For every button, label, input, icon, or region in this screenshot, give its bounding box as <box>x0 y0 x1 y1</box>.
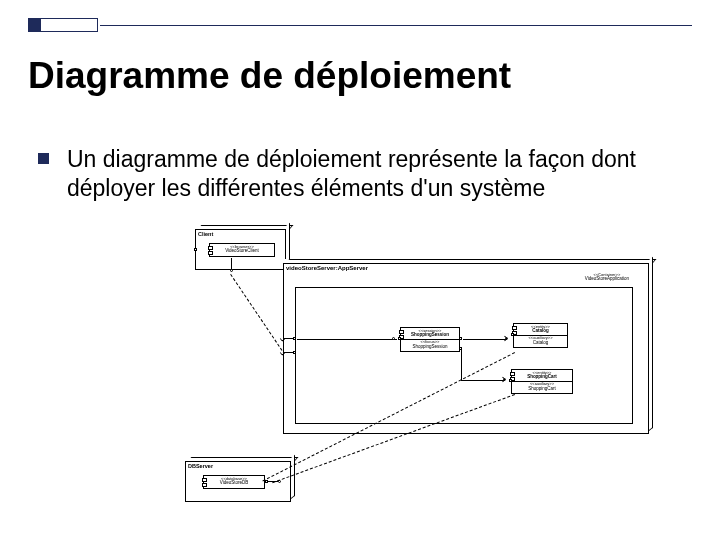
component-db: <<database>> VideoStoreDB <box>203 475 265 489</box>
bullet-text: Un diagramme de déploiement représente l… <box>67 145 692 203</box>
appserver-port-1 <box>293 337 296 340</box>
shopping-left-lollipop <box>392 337 395 340</box>
client-port <box>194 248 197 251</box>
appserver-port-2 <box>293 351 296 354</box>
node-appserver: videoStoreServer:AppServer <<Container>>… <box>283 259 653 434</box>
shopping-port-right <box>459 337 462 340</box>
slide-title: Diagramme de déploiement <box>28 55 511 97</box>
conn-shopping-cart-h <box>461 380 505 381</box>
client-to-server-link <box>230 274 285 355</box>
shopping-name1: ShoppingSession <box>401 333 459 338</box>
node-client-label: Client <box>198 231 213 237</box>
cart-port-left <box>509 379 512 382</box>
cart-name1: ShoppingCart <box>512 375 572 380</box>
container-outline <box>295 287 633 424</box>
bullet-item: Un diagramme de déploiement représente l… <box>38 145 692 203</box>
bullet-marker-icon <box>38 153 49 164</box>
node-appserver-label: videoStoreServer:AppServer <box>286 265 368 272</box>
client-comp-name: VideoStoreClient <box>210 249 274 254</box>
catalog-name1: Catalog <box>514 329 567 334</box>
component-shopping-session: <<session>> ShoppingSession <<focus>> Sh… <box>400 327 460 352</box>
deployment-diagram: Client <<browser>> VideoStoreClient vide… <box>185 225 665 525</box>
conn-shopping-catalog <box>463 339 507 340</box>
catalog-port-left <box>511 333 514 336</box>
cart-name2: ShoppingCart <box>512 387 572 392</box>
conn-port-shopping <box>297 339 397 340</box>
header-accent <box>28 18 98 32</box>
container-label: <<Container>> VideoStoreApplication <box>585 273 629 282</box>
header-rule <box>100 25 692 26</box>
node-client: Client <<browser>> VideoStoreClient <box>195 225 290 270</box>
node-dbserver-label: DBServer <box>188 463 213 469</box>
component-catalog: <<entity>> Catalog <<auxiliary>> Catalog <box>513 323 568 348</box>
conn-shopping-cart-v <box>461 350 462 380</box>
catalog-name2: Catalog <box>514 341 567 346</box>
db-name: VideoStoreDB <box>204 481 264 486</box>
container-name: VideoStoreApplication <box>585 277 629 282</box>
shopping-name2: ShoppingSession <box>401 345 459 350</box>
component-shopping-cart: <<entity>> ShoppingCart <<auxiliary>> Sh… <box>511 369 573 394</box>
component-client: <<browser>> VideoStoreClient <box>209 243 275 257</box>
shopping-port-left <box>398 337 401 340</box>
client-lollipop-ball <box>230 269 233 272</box>
